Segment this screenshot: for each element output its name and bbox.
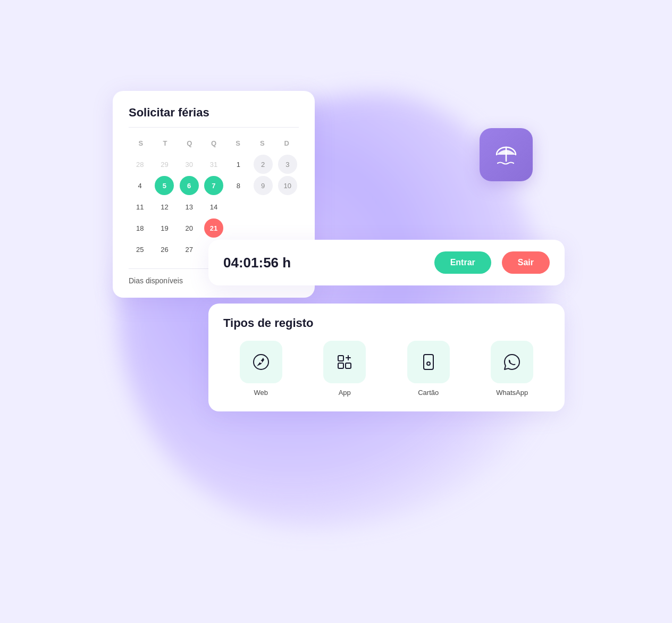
calendar-day[interactable]: 13 — [180, 197, 199, 216]
app-icon-box — [323, 341, 366, 383]
svg-point-9 — [427, 362, 430, 365]
divider — [129, 127, 299, 128]
calendar-day[interactable]: 5 — [155, 176, 174, 195]
calendar-day[interactable]: 12 — [155, 197, 174, 216]
calendar-day[interactable]: 8 — [229, 176, 248, 195]
beach-icon-card — [480, 128, 533, 181]
calendar-day[interactable]: 6 — [180, 176, 199, 195]
registro-app[interactable]: App — [307, 341, 383, 397]
web-label: Web — [254, 389, 268, 397]
exit-button[interactable]: Sair — [502, 251, 550, 274]
calendar-day[interactable]: 30 — [180, 155, 199, 174]
registro-types: Web App — [223, 341, 550, 397]
registro-web[interactable]: Web — [223, 341, 299, 397]
calendar-day[interactable]: 9 — [254, 176, 273, 195]
whatsapp-icon-box — [491, 341, 533, 383]
calendar-day-header: D — [274, 137, 299, 149]
calendar-day[interactable]: 21 — [204, 218, 223, 238]
calendar-day[interactable]: 4 — [130, 176, 149, 195]
calendar-day[interactable] — [278, 218, 297, 238]
calendar-day[interactable]: 25 — [130, 240, 149, 259]
vacation-card-title: Solicitar férias — [129, 106, 299, 120]
calendar-day[interactable] — [229, 218, 248, 238]
cartao-label: Cartão — [418, 389, 439, 397]
svg-rect-3 — [338, 356, 343, 361]
calendar-headers: STQQSSD — [129, 137, 299, 149]
registro-card: Tipos de registo Web — [208, 304, 565, 411]
calendar-day[interactable] — [278, 197, 297, 216]
web-icon-box — [240, 341, 282, 383]
whatsapp-label: WhatsApp — [496, 389, 528, 397]
calendar-day-header: S — [250, 137, 275, 149]
calendar-day[interactable]: 26 — [155, 240, 174, 259]
registro-title: Tipos de registo — [223, 316, 550, 330]
calendar-day[interactable]: 29 — [155, 155, 174, 174]
app-label: App — [339, 389, 351, 397]
card-icon — [418, 352, 439, 372]
calendar-day[interactable]: 14 — [204, 197, 223, 216]
calendar-day-header: S — [226, 137, 250, 149]
calendar-day[interactable]: 7 — [204, 176, 223, 195]
calendar-day[interactable] — [229, 197, 248, 216]
calendar-day[interactable]: 1 — [229, 155, 248, 174]
calendar-day[interactable] — [254, 197, 273, 216]
registro-whatsapp[interactable]: WhatsApp — [475, 341, 550, 397]
time-display: 04:01:56 h — [223, 255, 424, 271]
time-row: 04:01:56 h Entrar Sair — [223, 251, 550, 274]
enter-button[interactable]: Entrar — [434, 251, 491, 274]
calendar-day[interactable]: 18 — [130, 218, 149, 238]
svg-rect-4 — [338, 363, 343, 368]
time-tracker-card: 04:01:56 h Entrar Sair — [208, 240, 565, 285]
app-grid-icon — [334, 352, 355, 372]
calendar-day-header: S — [129, 137, 153, 149]
calendar-day-header: Q — [177, 137, 201, 149]
calendar-day[interactable]: 10 — [278, 176, 297, 195]
whatsapp-icon — [502, 352, 522, 372]
registro-cartao[interactable]: Cartão — [391, 341, 466, 397]
calendar-day[interactable]: 31 — [204, 155, 223, 174]
calendar-day-header: T — [153, 137, 178, 149]
svg-rect-5 — [346, 363, 351, 368]
compass-icon — [251, 352, 271, 372]
calendar-day[interactable]: 2 — [254, 155, 273, 174]
cartao-icon-box — [407, 341, 450, 383]
calendar-day[interactable]: 20 — [180, 218, 199, 238]
beach-icon — [491, 140, 521, 170]
calendar-day[interactable] — [254, 218, 273, 238]
calendar-day[interactable]: 19 — [155, 218, 174, 238]
calendar-day-header: Q — [201, 137, 226, 149]
svg-point-2 — [260, 361, 262, 363]
calendar-day[interactable]: 11 — [130, 197, 149, 216]
calendar-day[interactable]: 27 — [180, 240, 199, 259]
calendar-day[interactable]: 28 — [130, 155, 149, 174]
calendar-day[interactable]: 3 — [278, 155, 297, 174]
